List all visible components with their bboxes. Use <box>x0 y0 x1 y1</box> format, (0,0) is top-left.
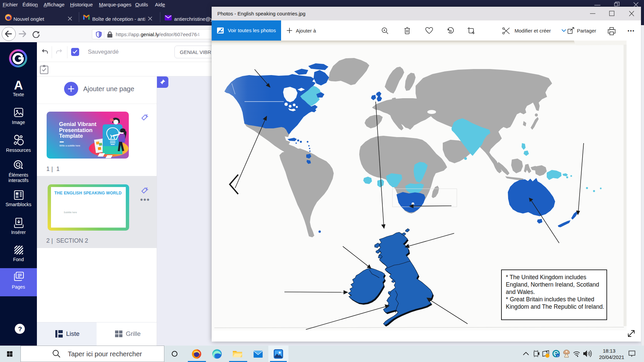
svg-text:* Great Britain includes the U: * Great Britain includes the United <box>506 296 594 303</box>
svg-text:Kingdom and The Republic of Ir: Kingdom and The Republic of Ireland. <box>506 303 604 310</box>
svg-text:* The United Kingdom includes: * The United Kingdom includes <box>506 274 586 281</box>
svg-text:England, Northern Ireland, Sco: England, Northern Ireland, Scotland <box>506 281 599 288</box>
svg-text:and Wales.: and Wales. <box>506 289 535 295</box>
svg-text:i: i <box>557 354 558 357</box>
